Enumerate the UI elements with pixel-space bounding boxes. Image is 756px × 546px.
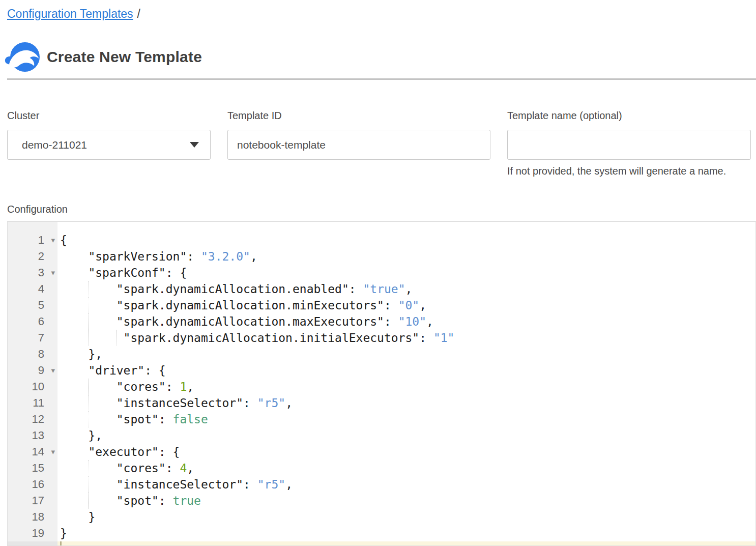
indent-guide bbox=[88, 379, 89, 395]
line-number: 6 bbox=[8, 313, 57, 330]
code-line[interactable]: "spark.dynamicAllocation.enabled": "true… bbox=[57, 281, 755, 297]
code-line[interactable]: "driver": { bbox=[57, 362, 755, 379]
code-token: } bbox=[60, 527, 67, 540]
code-line[interactable]: "sparkConf": { bbox=[57, 265, 755, 281]
fold-arrow-icon[interactable]: ▾ bbox=[51, 444, 55, 460]
code-token: "r5" bbox=[257, 396, 285, 410]
line-number: 12 bbox=[8, 411, 57, 427]
line-number: 19 bbox=[8, 525, 57, 541]
code-token: 4 bbox=[180, 462, 187, 475]
code-line[interactable]: "cores": 4, bbox=[57, 460, 755, 476]
template-id-label: Template ID bbox=[227, 110, 490, 122]
code-token: "1" bbox=[433, 331, 455, 344]
editor-gutter: 1▾23▾456789▾1011121314▾151617181920 bbox=[8, 222, 57, 545]
indent-guide bbox=[88, 395, 89, 411]
indent-guide bbox=[117, 330, 117, 346]
breadcrumb: Configuration Templates/ bbox=[7, 7, 140, 21]
code-token: "true" bbox=[363, 282, 405, 296]
cluster-selected-value: demo-211021 bbox=[22, 139, 87, 151]
template-name-label: Template name (optional) bbox=[507, 110, 751, 122]
template-name-field-group: Template name (optional) If not provided… bbox=[507, 110, 751, 177]
code-line[interactable]: } bbox=[57, 509, 755, 525]
line-number: 3▾ bbox=[8, 265, 57, 281]
chevron-down-icon bbox=[190, 142, 199, 148]
code-line[interactable]: "spark.dynamicAllocation.maxExecutors": … bbox=[57, 313, 755, 330]
cluster-select[interactable]: demo-211021 bbox=[7, 130, 211, 160]
code-token: , bbox=[187, 380, 194, 393]
code-token: , bbox=[419, 299, 426, 312]
template-name-helper-text: If not provided, the system will generat… bbox=[507, 165, 751, 177]
code-token: "spot": bbox=[60, 413, 173, 426]
code-token: "sparkVersion": bbox=[60, 250, 201, 263]
template-name-input[interactable] bbox=[507, 130, 751, 160]
template-id-input[interactable] bbox=[227, 130, 490, 160]
indent-guide bbox=[88, 493, 89, 509]
line-number: 5 bbox=[8, 297, 57, 313]
line-number: 10 bbox=[8, 379, 57, 395]
code-line[interactable]: "spark.dynamicAllocation.initialExecutor… bbox=[57, 330, 755, 346]
code-token: "spark.dynamicAllocation.minExecutors": bbox=[60, 299, 398, 312]
code-line[interactable]: } bbox=[57, 525, 755, 541]
line-number: 9▾ bbox=[8, 362, 57, 379]
code-token: , bbox=[250, 250, 257, 263]
code-token: "instanceSelector": bbox=[60, 478, 257, 491]
code-token: "cores": bbox=[60, 380, 180, 393]
code-token: "10" bbox=[398, 315, 426, 328]
code-line[interactable] bbox=[57, 541, 755, 546]
code-line[interactable]: "sparkVersion": "3.2.0", bbox=[57, 248, 755, 265]
header-divider bbox=[7, 78, 756, 80]
code-token: true bbox=[173, 494, 201, 507]
code-token: "executor": { bbox=[60, 445, 180, 458]
code-token: "3.2.0" bbox=[201, 250, 250, 263]
create-template-page: { "breadcrumb": { "link_label": "Configu… bbox=[0, 0, 756, 546]
line-number: 2 bbox=[8, 248, 57, 265]
indent-guide bbox=[88, 297, 89, 313]
indent-guide bbox=[88, 460, 89, 476]
code-line[interactable]: "cores": 1, bbox=[57, 379, 755, 395]
breadcrumb-link-configuration-templates[interactable]: Configuration Templates bbox=[7, 7, 133, 20]
line-number: 8 bbox=[8, 346, 57, 362]
cluster-label: Cluster bbox=[7, 110, 211, 122]
code-token: "r5" bbox=[257, 478, 285, 491]
code-token: "0" bbox=[398, 299, 420, 312]
code-line[interactable]: "executor": { bbox=[57, 444, 755, 460]
template-id-field-group: Template ID bbox=[227, 110, 490, 177]
code-token: }, bbox=[60, 429, 102, 442]
cluster-field-group: Cluster demo-211021 bbox=[7, 110, 211, 177]
line-number: 16 bbox=[8, 476, 57, 493]
code-token: "driver": { bbox=[60, 364, 166, 377]
fold-arrow-icon[interactable]: ▾ bbox=[51, 232, 55, 248]
indent-guide bbox=[88, 411, 89, 427]
line-number: 18 bbox=[8, 509, 57, 525]
template-form: Cluster demo-211021 Template ID Template… bbox=[7, 110, 751, 177]
page-header: Create New Template bbox=[4, 42, 202, 72]
line-number: 4 bbox=[8, 281, 57, 297]
line-number: 14▾ bbox=[8, 444, 57, 460]
indent-guide bbox=[88, 330, 89, 346]
code-line[interactable]: "spot": true bbox=[57, 493, 755, 509]
line-number: 13 bbox=[8, 427, 57, 444]
code-line[interactable]: "spark.dynamicAllocation.minExecutors": … bbox=[57, 297, 755, 313]
code-token: , bbox=[285, 478, 293, 491]
configuration-code-editor[interactable]: 1▾23▾456789▾1011121314▾151617181920 { "s… bbox=[7, 221, 756, 546]
code-line[interactable]: "instanceSelector": "r5", bbox=[57, 395, 755, 411]
code-token: false bbox=[173, 413, 208, 426]
text-cursor bbox=[60, 541, 62, 546]
breadcrumb-separator: / bbox=[137, 7, 140, 20]
fold-arrow-icon[interactable]: ▾ bbox=[51, 265, 55, 281]
code-line[interactable]: }, bbox=[57, 346, 755, 362]
line-number: 1▾ bbox=[8, 232, 57, 248]
code-line[interactable]: "instanceSelector": "r5", bbox=[57, 476, 755, 493]
indent-guide bbox=[88, 476, 89, 493]
code-line[interactable]: }, bbox=[57, 427, 755, 444]
line-number: 7 bbox=[8, 330, 57, 346]
fold-arrow-icon[interactable]: ▾ bbox=[51, 362, 55, 379]
editor-content[interactable]: { "sparkVersion": "3.2.0", "sparkConf": … bbox=[57, 222, 755, 545]
code-token: "instanceSelector": bbox=[60, 396, 257, 410]
indent-guide bbox=[88, 281, 89, 297]
code-token: , bbox=[405, 282, 413, 296]
code-line[interactable]: { bbox=[57, 232, 755, 248]
code-token: "spark.dynamicAllocation.enabled": bbox=[60, 282, 363, 296]
code-line[interactable]: "spot": false bbox=[57, 411, 755, 427]
line-number: 17 bbox=[8, 493, 57, 509]
